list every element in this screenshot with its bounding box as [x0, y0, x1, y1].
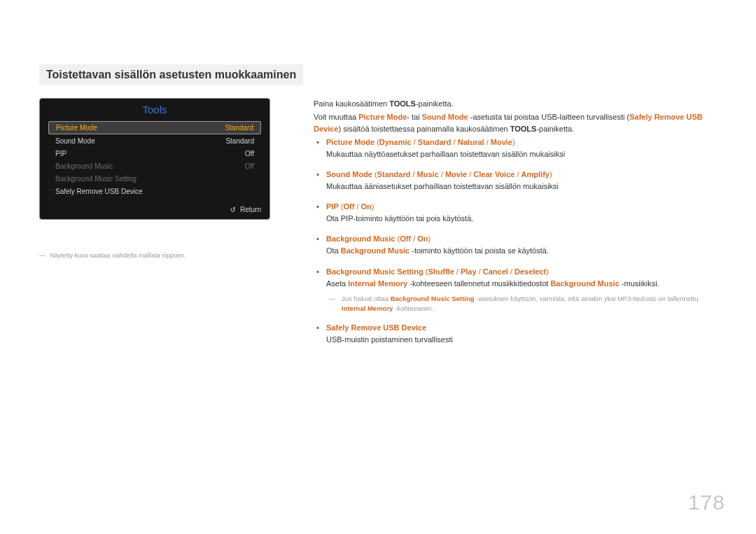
item-desc: USB-muistin poistaminen turvallisesti: [326, 334, 717, 346]
tool-row-label: PIP: [55, 150, 66, 157]
tool-row[interactable]: Safely Remove USB Device: [48, 185, 261, 197]
return-icon: ↻: [230, 206, 236, 213]
item-desc: Aseta Internal Memory -kohteeseen tallen…: [326, 278, 717, 290]
tool-row-label: Background Music Setting: [55, 175, 136, 183]
tool-row-value: Off: [245, 162, 254, 170]
list-item: Sound Mode (Standard / Music / Movie / C…: [326, 169, 717, 192]
tool-row-value: Standard: [225, 137, 254, 145]
item-head: Safely Remove USB Device: [326, 322, 717, 334]
list-item: Background Music Setting (Shuffle / Play…: [326, 266, 717, 314]
tool-row[interactable]: Background Music Setting: [48, 172, 261, 185]
tools-title: Tools: [40, 99, 270, 120]
item-desc: Mukauttaa näyttöasetukset parhaillaan to…: [326, 148, 717, 160]
image-caption: Näytetty kuva saattaa vaihdella mallista…: [39, 252, 270, 259]
page-number: 178: [688, 491, 725, 514]
item-head: Sound Mode (Standard / Music / Movie / C…: [326, 169, 717, 181]
item-head: Background Music Setting (Shuffle / Play…: [326, 266, 717, 278]
item-note: Jos haluat ottaa Background Music Settin…: [326, 294, 717, 314]
tool-row[interactable]: Picture ModeStandard: [48, 121, 261, 134]
item-head: Background Music (Off / On): [326, 233, 717, 245]
item-desc: Ota PIP-toiminto käyttöön tai pois käytö…: [326, 213, 717, 225]
tool-row-label: Picture Mode: [56, 124, 97, 132]
tool-row-value: Standard: [225, 124, 253, 132]
item-head: PIP (Off / On): [326, 201, 717, 213]
intro-para-1: Paina kaukosäätimen TOOLS-painiketta.: [314, 98, 717, 110]
tool-row[interactable]: Sound ModeStandard: [48, 134, 261, 147]
list-item: Background Music (Off / On)Ota Backgroun…: [326, 233, 717, 257]
return-label: Return: [240, 206, 261, 213]
tools-footer: ↻ Return: [40, 202, 270, 219]
intro-para-2: Voit muuttaa Picture Mode- tai Sound Mod…: [314, 111, 717, 135]
item-desc: Mukauttaa ääniasetukset parhaillaan tois…: [326, 181, 717, 192]
item-head: Picture Mode (Dynamic / Standard / Natur…: [326, 136, 717, 148]
tool-row[interactable]: PIPOff: [48, 147, 261, 160]
tools-panel: Tools Picture ModeStandardSound ModeStan…: [39, 98, 270, 220]
list-item: Safely Remove USB DeviceUSB-muistin pois…: [326, 322, 717, 346]
tool-row-label: Sound Mode: [55, 137, 95, 145]
tool-row-label: Safely Remove USB Device: [55, 188, 143, 195]
list-item: Picture Mode (Dynamic / Standard / Natur…: [326, 136, 717, 160]
tool-row-value: Off: [245, 150, 254, 157]
section-heading: Toistettavan sisällön asetusten muokkaam…: [39, 64, 303, 85]
tool-row[interactable]: Background MusicOff: [48, 160, 261, 172]
list-item: PIP (Off / On)Ota PIP-toiminto käyttöön …: [326, 201, 717, 225]
tool-row-label: Background Music: [55, 162, 113, 170]
item-desc: Ota Background Music -toiminto käyttöön …: [326, 245, 717, 257]
